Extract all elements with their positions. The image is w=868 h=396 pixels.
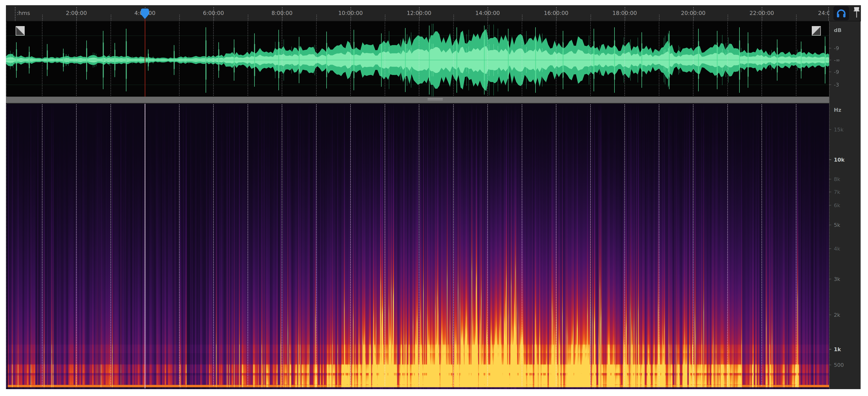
pin-icon	[852, 7, 861, 21]
ruler-tick-dash	[829, 279, 831, 279]
ruler-tick-dash	[829, 349, 831, 349]
ruler-tick-dash	[829, 248, 831, 249]
ruler-tick-dash	[829, 129, 831, 130]
waveform-canvas[interactable]	[6, 21, 829, 97]
timeline-label: 8:00:00	[272, 5, 293, 21]
ruler-tick-dash	[829, 179, 831, 179]
timeline-label: 12:00:00	[407, 5, 431, 21]
timeline-label: 14:00:00	[475, 5, 500, 21]
amplitude_ruler-label: -∞	[834, 57, 840, 63]
ruler-tick-dash	[829, 159, 831, 160]
frequency_ruler-label: 15k	[834, 127, 844, 133]
amplitude_ruler-label: -3	[834, 82, 839, 88]
monitor-button[interactable]	[833, 6, 849, 21]
frequency_ruler-label: 5k	[834, 222, 840, 228]
spectrogram-canvas[interactable]	[6, 104, 829, 389]
waveform-panel[interactable]	[6, 21, 829, 97]
frequency_ruler-label: 3k	[834, 276, 840, 282]
ruler-tick-dash	[829, 72, 831, 72]
frequency_ruler-label: 2k	[834, 312, 840, 318]
pin-button[interactable]	[852, 7, 861, 21]
playhead-line-spectrogram	[145, 104, 145, 388]
frequency_ruler-label: 10k	[834, 157, 844, 162]
playhead-line-waveform	[145, 18, 145, 97]
timeline-label: 6:00:00	[203, 5, 224, 21]
fade-out-handle[interactable]	[812, 26, 821, 36]
ruler-tick-dash	[829, 315, 831, 315]
timeline-label: 20:00:00	[681, 5, 705, 21]
timeline-label: 24:00:00	[818, 5, 829, 21]
timeline-unit-label: :hms	[17, 5, 30, 21]
frequency_ruler-label: 1k	[834, 346, 841, 352]
frequency_ruler-label: Hz	[834, 107, 841, 113]
ruler-tick-dash	[829, 205, 831, 206]
amplitude_ruler-label: dB	[834, 27, 842, 33]
frequency_ruler-label: 8k	[834, 176, 840, 182]
level-frequency-ruler[interactable]: dB-9-∞-9-3 Hz15k10k8k7k6k5k4k3k2k1k500	[829, 21, 861, 389]
ruler-tick-dash	[829, 225, 831, 225]
timeline-label: 22:00:00	[749, 5, 774, 21]
ruler-tick-dash	[829, 365, 831, 365]
frequency_ruler-label: 500	[834, 362, 844, 368]
divider-grip-icon	[428, 98, 443, 101]
headphones-icon	[836, 8, 847, 19]
ruler-tick-dash	[829, 192, 831, 192]
timeline-label: 16:00:00	[544, 5, 568, 21]
fade-in-handle[interactable]	[16, 26, 25, 36]
frequency_ruler-label: 6k	[834, 203, 840, 208]
amplitude_ruler-label: -9	[834, 45, 839, 51]
timeline-label: 2:00:00	[66, 5, 87, 21]
frequency_ruler-label: 7k	[834, 189, 840, 195]
screenshot-stage: :hms 2:00:004:00:006:00:008:00:0010:00:0…	[0, 0, 868, 396]
timeline-label: 18:00:00	[612, 5, 637, 21]
timeline-labels: :hms 2:00:004:00:006:00:008:00:0010:00:0…	[6, 5, 829, 21]
timeline-label: 10:00:00	[338, 5, 363, 21]
ruler-tick-dash	[829, 48, 831, 49]
ruler-tick-dash	[829, 60, 831, 60]
ruler-tick-dash	[829, 85, 831, 85]
frequency_ruler-label: 4k	[834, 246, 840, 252]
spectrogram-panel[interactable]	[6, 104, 829, 389]
amplitude_ruler-label: -9	[834, 69, 839, 75]
